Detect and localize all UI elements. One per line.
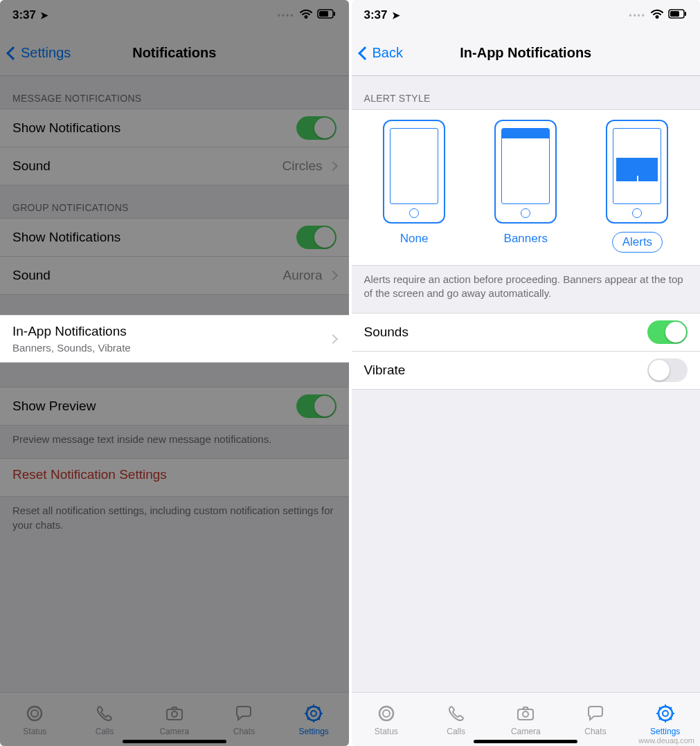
cell-value: Aurora [282,268,322,283]
alert-option-none[interactable]: None [383,120,445,253]
toggle-sounds[interactable] [647,320,688,344]
svg-rect-2 [334,12,335,16]
tab-label: Camera [511,727,541,736]
phone-icon [94,703,115,724]
wifi-icon [299,8,313,23]
camera-icon [515,703,536,724]
tab-status[interactable]: Status [0,693,70,746]
preview-footer: Preview message text inside new message … [0,426,349,459]
svg-point-3 [28,707,42,720]
tab-label: Status [23,727,46,736]
sound-group-cell[interactable]: Sound Aurora [0,256,349,295]
alert-style-panel: None Banners Alerts [352,109,701,266]
home-indicator[interactable] [123,740,226,743]
back-label: Settings [21,45,71,61]
status-bar: 3:37 ➤ •••• [0,0,349,30]
tab-label: Camera [159,727,189,736]
content-scroll[interactable]: MESSAGE NOTIFICATIONS Show Notifications… [0,76,349,692]
cell-label: Vibrate [364,363,406,378]
svg-point-21 [383,710,390,717]
chevron-right-icon [327,271,337,280]
svg-point-23 [523,711,528,717]
cell-label: Sound [12,158,51,174]
status-bar: 3:37 ➤ •••• [352,0,701,30]
status-time: 3:37 [364,8,388,22]
show-preview-cell[interactable]: Show Preview [0,387,349,426]
status-icon [376,703,397,724]
alert-style-footer: Alerts require an action before proceedi… [352,266,701,313]
svg-point-6 [172,711,177,717]
svg-point-25 [663,711,668,716]
phone-icon [446,703,467,724]
tab-chats[interactable]: Chats [209,693,279,746]
cell-subtitle: Banners, Sounds, Vibrate [12,342,336,354]
chevron-left-icon [6,46,20,60]
chats-icon [233,703,254,724]
battery-icon [317,8,336,22]
svg-rect-1 [319,11,328,17]
tab-camera[interactable]: Camera [139,693,209,746]
chevron-right-icon [327,161,337,171]
tab-label: Calls [447,727,465,736]
reset-notification-settings-cell[interactable]: Reset Notification Settings [0,458,349,497]
sound-message-cell[interactable]: Sound Circles [0,147,349,185]
watermark: www.deuaq.com [638,736,694,745]
svg-point-20 [379,707,393,720]
back-label: Back [373,45,403,61]
reset-footer: Reset all notification settings, includi… [0,497,349,545]
sounds-cell[interactable]: Sounds [352,313,701,352]
toggle-show-notifications-message[interactable] [296,116,336,140]
location-icon: ➤ [40,10,48,21]
tab-label: Status [375,727,398,736]
show-notifications-group-cell[interactable]: Show Notifications [0,218,349,257]
svg-rect-18 [670,11,679,17]
cell-label: Show Notifications [12,120,120,136]
alert-preview-banners-icon [494,120,557,224]
cell-value: Circles [282,158,322,174]
tab-calls[interactable]: Calls [421,693,491,746]
toggle-vibrate[interactable] [647,358,688,382]
cell-label: Sounds [364,325,409,340]
tab-camera[interactable]: Camera [491,693,561,746]
alert-preview-none-icon [383,120,445,224]
location-icon: ➤ [392,10,400,21]
cell-title: In-App Notifications [12,324,336,339]
alert-option-banners[interactable]: Banners [494,120,557,253]
recording-dots-icon: •••• [278,10,295,20]
alert-label: None [400,232,429,246]
tab-label: Chats [584,727,606,736]
show-notifications-message-cell[interactable]: Show Notifications [0,109,349,147]
alert-option-alerts[interactable]: Alerts [606,120,668,253]
back-button[interactable]: Settings [8,45,71,61]
in-app-notifications-cell[interactable]: In-App Notifications Banners, Sounds, Vi… [0,315,349,363]
tab-chats[interactable]: Chats [561,693,631,746]
section-header-alert-style: ALERT STYLE [352,76,701,109]
chevron-left-icon [358,46,372,60]
tab-status[interactable]: Status [352,693,422,746]
nav-bar: Settings Notifications [0,30,349,76]
toggle-show-preview[interactable] [296,394,336,418]
gear-icon [303,703,324,724]
svg-point-4 [31,710,38,717]
chats-icon [585,703,606,724]
home-indicator[interactable] [474,740,577,743]
content-scroll[interactable]: ALERT STYLE None Banners Alerts Alerts r… [352,76,701,692]
tab-label: Calls [96,727,114,736]
alert-preview-alerts-icon [606,120,668,224]
tab-calls[interactable]: Calls [70,693,140,746]
cell-label: Show Preview [12,399,96,414]
alert-label: Alerts [612,232,663,253]
back-button[interactable]: Back [360,45,403,61]
battery-icon [668,8,688,22]
section-header-group: GROUP NOTIFICATIONS [0,185,349,219]
cell-label: Show Notifications [12,230,120,245]
tab-settings[interactable]: Settings [279,693,349,746]
toggle-show-notifications-group[interactable] [296,226,336,249]
status-time: 3:37 [12,8,36,22]
tab-label: Settings [298,727,328,736]
tab-bar: Status Calls Camera Chats Settings [0,692,349,746]
vibrate-cell[interactable]: Vibrate [352,351,701,390]
tab-label: Chats [233,727,255,736]
cell-title: Reset Notification Settings [12,467,336,482]
recording-dots-icon: •••• [629,10,646,20]
